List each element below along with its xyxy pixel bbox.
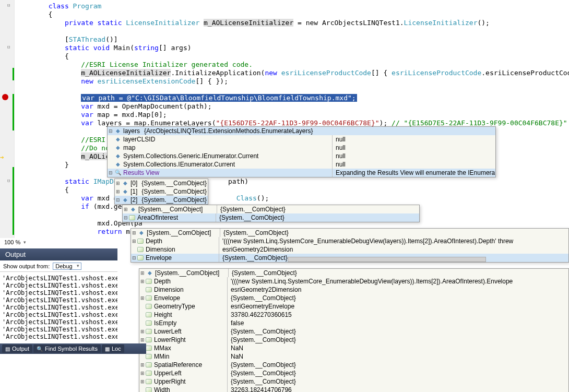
expand-icon[interactable]: ⊞ xyxy=(139,294,146,302)
tooltip-item[interactable]: ⊟◆[2]{System.__ComObject} xyxy=(115,196,208,204)
collapse-icon[interactable]: ⊟ xyxy=(115,196,121,204)
tooltip-row[interactable]: IsEmptyfalse xyxy=(139,319,568,327)
debug-tooltip-envelope[interactable]: ⊞◆[System.__ComObject]{System.__ComObjec… xyxy=(139,268,569,392)
field-icon: ◆ xyxy=(114,160,122,169)
tooltip-row[interactable]: ◆layerCLSIDnull xyxy=(108,135,495,144)
type: LicenseInitializer xyxy=(126,19,204,27)
prop-name: System.Collections.Generic.IEnumerator.C… xyxy=(123,152,332,160)
expand-icon[interactable]: ⊞ xyxy=(139,369,146,377)
fold-icon[interactable]: ⊟ xyxy=(7,176,10,185)
property-icon xyxy=(129,215,135,220)
output-line: 'ArcObjectsLINQTest1.vshost.exe xyxy=(2,304,115,311)
tooltip-row[interactable]: ⊞Depth'(((new System.Linq.SystemCore_Enu… xyxy=(139,277,568,286)
tooltip-row[interactable]: ◆mapnull xyxy=(108,144,495,152)
prop-value: null xyxy=(332,135,495,144)
expand-icon[interactable]: ⊞ xyxy=(115,179,121,187)
tooltip-row[interactable]: ⊞Envelope{System.__ComObject} xyxy=(139,294,568,302)
tooltip-row[interactable]: ⊞◆[System.__ComObject]{System.__ComObjec… xyxy=(139,269,568,277)
breakpoint-icon[interactable] xyxy=(2,94,8,100)
fold-icon[interactable]: ⊟ xyxy=(7,1,10,9)
tooltip-row[interactable]: ⊞Depth'(((new System.Linq.SystemCore_Enu… xyxy=(131,237,568,245)
gutter: ⊟ ⊟ ⊟ ➔ xyxy=(0,0,15,238)
debug-tooltip-layers[interactable]: ⊟ ◆ layers {ArcObjectsLINQTest1.Extensio… xyxy=(107,126,496,177)
output-text[interactable]: 'ArcObjectsLINQTest1.vshost.exe'ArcObjec… xyxy=(0,274,117,341)
current-line-arrow: ➔ xyxy=(0,153,4,162)
tooltip-row[interactable]: ⊞UpperRight{System.__ComObject} xyxy=(139,377,568,386)
tooltip-item[interactable]: ⊞◆[0]{System.__ComObject} xyxy=(115,179,208,187)
output-line: 'ArcObjectsLINQTest1.vshost.exe xyxy=(2,311,115,318)
output-line: 'ArcObjectsLINQTest1.vshost.exe xyxy=(2,318,115,326)
output-panel-header: Output xyxy=(0,248,117,260)
expand-icon[interactable]: ⊞ xyxy=(115,187,121,196)
scroll-thumb[interactable] xyxy=(288,257,486,262)
zoom-value: 100 % xyxy=(4,239,20,245)
results-view[interactable]: Results View xyxy=(123,169,332,177)
tooltip-row[interactable]: ◆System.Collections.IEnumerator.Currentn… xyxy=(108,160,495,169)
expand-icon[interactable]: ⊞ xyxy=(131,237,137,245)
tooltip-row[interactable]: DimensionesriGeometry2Dimension xyxy=(131,245,568,254)
expand-icon[interactable]: ⊞ xyxy=(139,277,146,286)
collapse-icon[interactable]: ⊟ xyxy=(131,254,137,262)
property-icon xyxy=(146,387,152,392)
tooltip-row[interactable]: MMaxNaN xyxy=(139,344,568,352)
field-icon: ◆ xyxy=(121,179,129,187)
property-icon xyxy=(146,337,152,342)
expand-icon[interactable]: ⊞ xyxy=(139,269,146,277)
field-icon: ◆ xyxy=(114,135,122,144)
tooltip-row[interactable]: ⊞◆[System.__ComObject]{System.__ComObjec… xyxy=(131,229,568,237)
tooltip-row[interactable]: ⊟AreaOfInterest{System.__ComObject} xyxy=(123,213,419,222)
tooltip-item[interactable]: ⊞◆[1]{System.__ComObject} xyxy=(115,187,208,196)
tooltip-row[interactable]: DimensionesriGeometry2Dimension xyxy=(139,286,568,294)
tooltip-row[interactable]: Width32263.182414706796 xyxy=(139,386,568,392)
expand-icon[interactable]: ⊞ xyxy=(131,229,137,237)
output-line: 'ArcObjectsLINQTest1.vshost.exe xyxy=(2,275,115,282)
property-icon xyxy=(146,346,152,351)
tooltip-row[interactable]: ⊞SpatialReference{System.__ComObject} xyxy=(139,361,568,369)
tool-tabs: ▤Output 🔍Find Symbol Results ▦Loc xyxy=(0,343,146,354)
prop-name: map xyxy=(123,144,332,152)
field-icon: ◆ xyxy=(129,205,137,213)
collapse-icon[interactable]: ⊟ xyxy=(108,127,114,135)
output-line: 'ArcObjectsLINQTest1.vshost.exe xyxy=(2,282,115,289)
field-icon: ◆ xyxy=(121,196,129,204)
field-icon: ◆ xyxy=(114,127,122,135)
tooltip-row[interactable]: ⊞UpperLeft{System.__ComObject} xyxy=(139,369,568,377)
output-line: 'ArcObjectsLINQTest1.vshost.exe xyxy=(2,326,115,333)
field-icon: ◆ xyxy=(114,152,122,160)
tooltip-row[interactable]: ⊞LowerRight{System.__ComObject} xyxy=(139,336,568,344)
tooltip-row[interactable]: MMinNaN xyxy=(139,352,568,361)
property-icon xyxy=(146,379,152,384)
prop-value: null xyxy=(332,152,495,160)
tab-find-symbol[interactable]: 🔍Find Symbol Results xyxy=(33,345,101,353)
expand-icon[interactable]: ⊞ xyxy=(139,336,146,344)
fold-icon[interactable]: ⊟ xyxy=(7,43,10,51)
tab-output[interactable]: ▤Output xyxy=(2,345,32,353)
collapse-icon[interactable]: ⊟ xyxy=(108,169,114,177)
output-line: 'ArcObjectsLINQTest1.vshost.exe xyxy=(2,289,115,296)
debug-tooltip-comobj[interactable]: ⊞◆[System.__ComObject]{System.__ComObjec… xyxy=(122,205,420,222)
highlighted-line: var path = @"C:\GISData\BloomfieldTownsh… xyxy=(81,94,357,102)
dropdown-icon[interactable]: ▾ xyxy=(23,240,26,245)
debug-tooltip-aoi[interactable]: ⊞◆[System.__ComObject]{System.__ComObjec… xyxy=(131,228,569,263)
property-icon xyxy=(146,304,152,309)
expand-icon[interactable]: ⊞ xyxy=(139,361,146,369)
collapse-icon[interactable]: ⊟ xyxy=(123,213,129,222)
tooltip-row[interactable]: GeometryTypeesriGeometryEnvelope xyxy=(139,302,568,311)
tooltip-row[interactable]: ⊞LowerLeft{System.__ComObject} xyxy=(139,327,568,336)
expand-icon[interactable]: ⊞ xyxy=(139,327,146,336)
tooltip-row[interactable]: ◆System.Collections.Generic.IEnumerator.… xyxy=(108,152,495,160)
output-source-combo[interactable]: Debug xyxy=(53,263,81,270)
tab-locals[interactable]: ▦Loc xyxy=(102,345,124,353)
prop-name: System.Collections.IEnumerator.Current xyxy=(123,160,332,169)
field: m_AOLicenseInitializer xyxy=(204,19,293,27)
property-icon xyxy=(146,279,152,284)
property-icon xyxy=(137,255,144,260)
code-editor[interactable]: ⊟ ⊟ ⊟ ➔ class Program { private static L… xyxy=(0,0,569,238)
expand-icon[interactable]: ⊞ xyxy=(123,205,129,213)
tooltip-row[interactable]: Height33780.462270360615 xyxy=(139,311,568,319)
zoom-indicator[interactable]: 100 % ▾ xyxy=(0,238,30,246)
debug-tooltip-items[interactable]: ⊞◆[0]{System.__ComObject}⊞◆[1]{System.__… xyxy=(114,179,208,205)
expand-icon[interactable]: ⊞ xyxy=(139,377,146,386)
tooltip-row[interactable]: ⊞◆[System.__ComObject]{System.__ComObjec… xyxy=(123,205,419,213)
output-line: 'ArcObjectsLINQTest1.vshost.exe xyxy=(2,333,115,340)
